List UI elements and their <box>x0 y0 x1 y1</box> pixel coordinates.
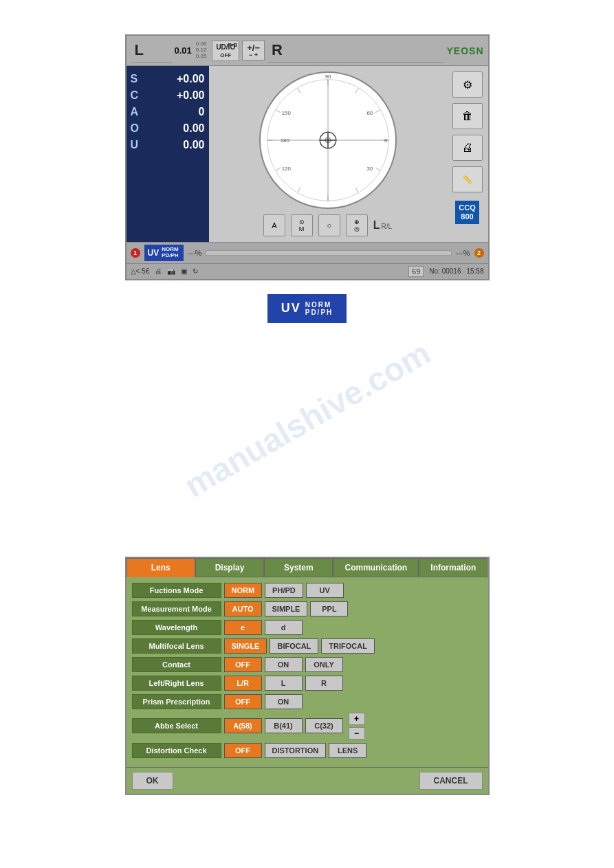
meas-label-u: U <box>131 139 144 151</box>
label-leftright: Left/Right Lens <box>132 676 221 691</box>
cancel-button[interactable]: CANCEL <box>419 772 483 790</box>
settings-dialog: Lens Display System Communication Inform… <box>125 557 490 795</box>
ud-io-button[interactable]: UD/IO P-B OFF <box>212 41 239 61</box>
label-abbe: Abbe Select <box>132 718 221 733</box>
svg-line-17 <box>297 88 300 93</box>
dial-area: 90 60 30 0 180 150 120 A ⊙M ○ ⊕◎ <box>209 66 447 242</box>
tab-lens[interactable]: Lens <box>127 558 195 577</box>
svg-line-14 <box>276 168 281 170</box>
label-wavelength: Wavelength <box>132 620 221 635</box>
fuctions-phpd-btn[interactable]: PH/PD <box>265 583 303 598</box>
bottom-icon3: 📷 <box>167 267 175 275</box>
device-panel: L 0.01 0.06 0.12 0.25 UD/IO P-B OFF +/− … <box>125 34 490 280</box>
mid-section: manualshive.com <box>125 323 490 515</box>
bottom-time: 15:58 <box>466 267 483 275</box>
meas-row-c: C +0.00 <box>131 89 205 102</box>
print-icon-btn[interactable]: 🖨 <box>452 135 483 161</box>
settings-icon-btn[interactable]: ⚙ <box>452 71 483 98</box>
label-fuctions-mode: Fuctions Mode <box>132 583 221 598</box>
device-header: L 0.01 0.06 0.12 0.25 UD/IO P-B OFF +/− … <box>127 36 488 66</box>
fuctions-uv-btn[interactable]: UV <box>306 583 344 598</box>
mode-btn[interactable]: ⊙M <box>291 214 313 236</box>
contact-on-btn[interactable]: ON <box>265 657 303 672</box>
bottom-icon5: ↻ <box>193 267 198 275</box>
label-measurement-mode: Measurement Mode <box>132 601 221 616</box>
progress-bar <box>206 250 451 256</box>
row-wavelength: Wavelength e d <box>132 620 483 635</box>
tabs-row: Lens Display System Communication Inform… <box>127 558 488 577</box>
row-multifocal: Multifocal Lens SINGLE BIFOCAL TRIFOCAL <box>132 638 483 654</box>
row-abbe: Abbe Select A(58) B(41) C(32) + − <box>132 713 483 739</box>
svg-line-11 <box>355 188 358 192</box>
row-distortion: Distortion Check OFF DISTORTION LENS <box>132 743 483 758</box>
svg-text:90: 90 <box>325 74 331 80</box>
svg-line-16 <box>276 110 281 113</box>
uv-norm-text: NORM <box>305 301 333 309</box>
settings-dial-btn[interactable]: ⊕◎ <box>346 214 368 236</box>
meas-value-s: +0.00 <box>144 73 205 85</box>
circle-btn[interactable]: ○ <box>318 214 340 236</box>
svg-text:180: 180 <box>280 137 289 144</box>
step-current: 0.01 <box>175 45 192 56</box>
meas-auto-btn[interactable]: AUTO <box>224 601 262 616</box>
prism-off-btn[interactable]: OFF <box>224 694 262 709</box>
ok-button[interactable]: OK <box>132 772 173 790</box>
distortion-lens-btn[interactable]: LENS <box>329 743 366 758</box>
contact-only-btn[interactable]: ONLY <box>305 657 343 672</box>
distortion-distortion-btn[interactable]: DISTORTION <box>265 743 327 758</box>
delete-icon-btn[interactable]: 🗑 <box>452 103 483 129</box>
meas-label-a: A <box>131 106 144 118</box>
uv-norm-badge: UV NORM PD/PH <box>144 245 184 261</box>
indicator-1: 1 <box>131 248 140 258</box>
auto-btn[interactable]: A <box>263 214 285 236</box>
tab-system[interactable]: System <box>264 558 333 577</box>
multi-trifocal-btn[interactable]: TRIFOCAL <box>321 638 375 654</box>
abbe-b-btn[interactable]: B(41) <box>265 718 303 733</box>
abbe-c-btn[interactable]: C(32) <box>305 718 343 733</box>
svg-line-13 <box>297 188 300 192</box>
tab-information[interactable]: Information <box>419 558 487 577</box>
abbe-a-btn[interactable]: A(58) <box>224 718 262 733</box>
multi-bifocal-btn[interactable]: BIFOCAL <box>270 638 318 654</box>
wave-d-btn[interactable]: d <box>265 620 303 635</box>
ccq-badge: CCQ 800 <box>455 201 479 224</box>
abbe-pm-col: + − <box>349 713 365 739</box>
svg-text:60: 60 <box>366 110 373 116</box>
indicator-2: 2 <box>474 248 484 258</box>
contact-off-btn[interactable]: OFF <box>224 657 262 672</box>
lr-l-btn[interactable]: L <box>265 676 303 691</box>
prism-on-btn[interactable]: ON <box>265 694 303 709</box>
label-distortion: Distortion Check <box>132 743 221 758</box>
meas-value-u: 0.00 <box>144 139 205 151</box>
pm-sub: − + <box>247 53 260 58</box>
meas-row-s: S +0.00 <box>131 73 205 85</box>
abbe-minus-btn[interactable]: − <box>349 727 365 739</box>
svg-text:0: 0 <box>384 137 388 144</box>
ud-io-off: OFF <box>220 52 231 58</box>
meas-simple-btn[interactable]: SIMPLE <box>265 601 308 616</box>
bottom-icon4: ▣ <box>181 267 187 275</box>
meas-value-a: 0 <box>144 106 205 118</box>
lr-r-btn[interactable]: R <box>305 676 343 691</box>
tab-communication[interactable]: Communication <box>333 558 419 577</box>
meas-ppl-btn[interactable]: PPL <box>310 601 348 616</box>
meas-value-o: 0.00 <box>144 122 205 135</box>
measure-icon-btn[interactable]: 📏 <box>452 166 483 192</box>
lr-lr-btn[interactable]: L/R <box>224 676 262 691</box>
dial-controls: A ⊙M ○ ⊕◎ L R/L <box>263 214 392 236</box>
distortion-off-btn[interactable]: OFF <box>224 743 262 758</box>
abbe-plus-btn[interactable]: + <box>349 713 365 725</box>
fuctions-norm-btn[interactable]: NORM <box>224 583 263 598</box>
norm-badge: NORM PD/PH <box>160 246 179 260</box>
wave-e-btn[interactable]: e <box>224 620 262 635</box>
multi-single-btn[interactable]: SINGLE <box>224 638 267 654</box>
bottom-icon2: 🖨 <box>155 267 162 275</box>
lr-sub: R/L <box>382 223 393 230</box>
meas-label-s: S <box>131 73 144 85</box>
uv-large-text: UV <box>281 301 301 315</box>
pm-button[interactable]: +/− − + <box>242 41 265 60</box>
row-prism: Prism Prescription OFF ON <box>132 694 483 709</box>
tab-display[interactable]: Display <box>195 558 264 577</box>
lr-indicator: L R/L <box>373 219 392 232</box>
bottom-num1: 69 <box>408 266 424 277</box>
